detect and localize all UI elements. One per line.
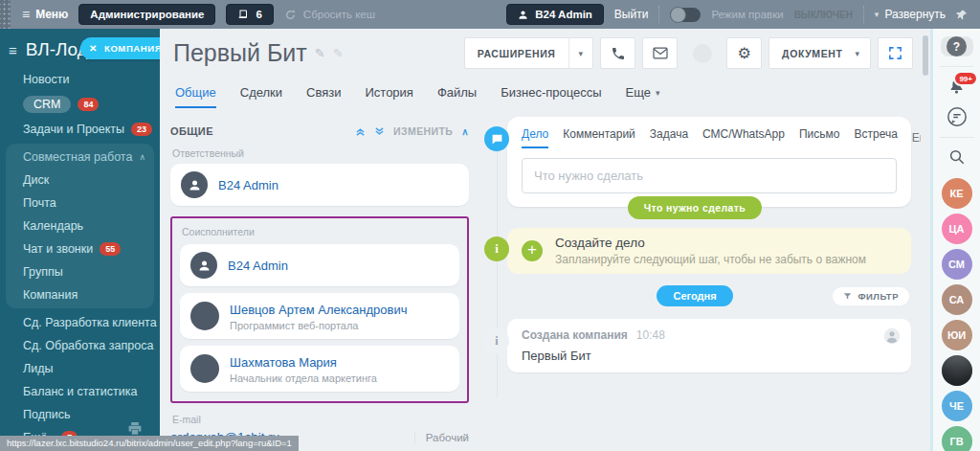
todo-input[interactable] [522, 158, 897, 193]
divider [940, 66, 974, 67]
notifications-bell-button[interactable]: 99+ [947, 78, 966, 96]
reset-cache-button[interactable]: Сбросить кеш [284, 9, 375, 21]
sidebar-item-leads[interactable]: Лиды [0, 357, 160, 380]
coexecutor-link[interactable]: B24 Admin [228, 259, 288, 273]
tab-deals[interactable]: Сделки [240, 85, 282, 108]
hamburger-icon: ≡ [22, 8, 30, 21]
left-nav-sidebar: ≡ ВЛ-Лодж ✕ КОМПАНИЯ Новости CRM84 Задач… [0, 29, 160, 451]
rail-avatar-photo[interactable] [942, 355, 972, 386]
rail-avatar[interactable]: КЕ [942, 178, 972, 209]
sidebar-item-tasks[interactable]: Задачи и Проекты23 [0, 118, 160, 141]
divider [940, 137, 974, 138]
responsible-card[interactable]: B24 Admin [170, 164, 469, 206]
edit-title-icon[interactable]: ✎ [315, 46, 325, 60]
tab-general[interactable]: Общие [175, 85, 216, 108]
composer-tab-activity[interactable]: Дело [522, 127, 548, 148]
rail-avatar[interactable]: ЧЕ [942, 391, 972, 421]
composer-tab-sms-whatsapp[interactable]: СМС/WhatsApp [702, 127, 785, 148]
notifications-counter[interactable]: 6 [226, 4, 273, 25]
main-scrollbar[interactable] [921, 29, 930, 451]
sidebar-item-calendar[interactable]: Календарь [6, 214, 154, 237]
sidebar-item-chat-calls[interactable]: Чат и звонки55 [6, 237, 154, 260]
sidebar-item-mail[interactable]: Почта [6, 192, 154, 214]
sidebar-item-balance-stats[interactable]: Баланс и статистика [0, 380, 160, 403]
printer-icon[interactable] [127, 422, 143, 436]
sidebar-item-news[interactable]: Новости [0, 68, 160, 91]
expand-all-icon[interactable] [374, 126, 385, 137]
composer-tab-task[interactable]: Задача [650, 127, 688, 148]
responsible-link[interactable]: B24 Admin [218, 178, 278, 192]
sidebar-item-company[interactable]: Компания [6, 283, 154, 306]
tab-files[interactable]: Файлы [437, 85, 477, 108]
phone-icon [611, 46, 626, 61]
hint-title: Создайте дело [555, 236, 866, 250]
rail-avatar[interactable]: ГВ [942, 426, 972, 451]
plus-icon[interactable]: + [522, 240, 543, 261]
avatar [181, 171, 208, 198]
tab-history[interactable]: История [365, 85, 412, 108]
settings-button[interactable]: ⚙ [726, 37, 762, 69]
email-button[interactable] [642, 37, 678, 69]
call-button[interactable] [600, 37, 635, 69]
composer-tab-meeting[interactable]: Встреча [854, 127, 897, 148]
create-activity-hint[interactable]: + Создайте дело Запланируйте следующий ш… [507, 228, 911, 274]
coexecutor-link[interactable]: Шахматова Мария [230, 355, 337, 370]
sidebar-item-crm[interactable]: CRM84 [0, 91, 160, 118]
extensions-dropdown-caret[interactable]: ▾ [568, 37, 593, 69]
sidebar-item-client-development[interactable]: Сд. Разработка клиента [0, 311, 160, 334]
todo-submit-button[interactable]: Что нужно сделать [628, 196, 762, 219]
hint-info-icon: i [484, 237, 509, 261]
composer-tab-more[interactable]: Еще ∨ [912, 131, 921, 145]
sidebar-item-groups[interactable]: Группы [6, 260, 154, 283]
sidebar-hamburger-icon[interactable]: ≡ [9, 42, 17, 58]
current-user-button[interactable]: B24 Admin [506, 4, 604, 25]
today-badge[interactable]: Сегодня [657, 285, 732, 306]
chat-button[interactable] [947, 106, 968, 127]
rail-avatar[interactable]: СА [942, 284, 972, 315]
coexecutor-link[interactable]: Шевцов Артем Александрович [230, 303, 408, 317]
close-icon[interactable]: ✕ [89, 43, 98, 54]
tab-business-processes[interactable]: Бизнес-процессы [501, 85, 601, 108]
section-collapse-chevron[interactable]: ∧ [461, 126, 469, 137]
toggle-knob [670, 7, 686, 23]
fullscreen-button[interactable] [878, 37, 913, 69]
coexecutor-card[interactable]: Шевцов Артем Александрович Программист в… [180, 293, 459, 339]
separator [863, 6, 864, 23]
tab-more[interactable]: Еще▾ [626, 85, 660, 108]
chevron-down-icon: ▾ [656, 88, 660, 98]
document-button[interactable]: ДОКУМЕНТ ▾ [768, 37, 871, 69]
pin-icon[interactable] [956, 9, 969, 21]
coexecutor-card[interactable]: B24 Admin [180, 244, 459, 286]
book-icon [237, 9, 249, 20]
rail-avatar[interactable]: ЮИ [942, 320, 972, 350]
administration-button[interactable]: Администрирование [78, 4, 215, 25]
extensions-button[interactable]: РАСШИРЕНИЯ ▾ [464, 37, 593, 69]
filter-button[interactable]: ФИЛЬТР [833, 287, 909, 305]
search-button[interactable] [948, 148, 966, 166]
edit-title-icon-secondary[interactable]: ✎ [333, 46, 344, 60]
composer-chat-icon [484, 126, 509, 151]
company-tag-pill[interactable]: ✕ КОМПАНИЯ [80, 37, 160, 59]
timeline-event-card[interactable]: Создана компания 10:48 Первый Бит [507, 319, 911, 372]
funnel-icon [843, 292, 852, 301]
composer-tab-comment[interactable]: Комментарий [563, 127, 635, 148]
scrollbar-thumb[interactable] [923, 35, 928, 76]
drag-handle[interactable] [0, 0, 11, 29]
rail-avatar[interactable]: СМ [942, 249, 972, 280]
tab-relations[interactable]: Связи [306, 85, 341, 108]
sidebar-item-drive[interactable]: Диск [6, 169, 154, 192]
edit-section-link[interactable]: ИЗМЕНИТЬ [393, 125, 453, 137]
expand-button[interactable]: ▾ Развернуть [875, 8, 946, 21]
sidebar-item-collaboration[interactable]: Совместная работа∧ [6, 146, 154, 169]
event-author-avatar-icon [883, 327, 901, 349]
logout-link[interactable]: Выйти [614, 8, 649, 21]
sidebar-item-request-processing[interactable]: Сд. Обработка запроса [0, 334, 160, 357]
menu-button[interactable]: ≡ Меню [22, 8, 68, 21]
rail-avatar[interactable]: ЦА [942, 214, 972, 244]
help-button[interactable]: ? [941, 36, 973, 56]
collapse-all-icon[interactable] [355, 126, 366, 137]
expand-brackets-icon [888, 46, 902, 60]
edit-mode-toggle[interactable] [670, 8, 701, 22]
composer-tab-letter[interactable]: Письмо [799, 127, 840, 148]
coexecutor-card[interactable]: Шахматова Мария Начальник отдела маркети… [180, 346, 459, 392]
